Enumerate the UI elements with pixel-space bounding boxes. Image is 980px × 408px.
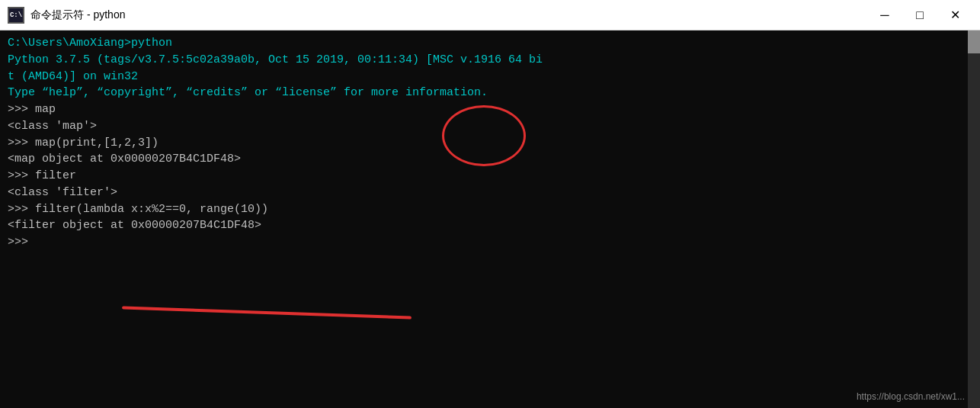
terminal-line: >>> map(print,[1,2,3]) xyxy=(8,135,972,152)
title-bar: C:\ 命令提示符 - python ─ □ ✕ xyxy=(0,0,980,31)
watermark: https://blog.csdn.net/xw1... xyxy=(857,390,965,403)
window-controls: ─ □ ✕ xyxy=(867,0,972,31)
terminal-line: t (AMD64)] on win32 xyxy=(8,69,972,85)
close-button[interactable]: ✕ xyxy=(937,0,972,31)
terminal-line: Python 3.7.5 (tags/v3.7.5:5c02a39a0b, Oc… xyxy=(8,52,972,69)
terminal-line: <filter object at 0x00000207B4C1DF48> xyxy=(8,217,972,234)
underline-annotation xyxy=(122,306,412,319)
maximize-button[interactable]: □ xyxy=(902,0,937,31)
terminal-line: C:\Users\AmoXiang>python xyxy=(8,35,972,52)
terminal-line: >>> map xyxy=(8,101,972,118)
terminal-line: <map object at 0x00000207B4C1DF48> xyxy=(8,151,972,168)
title-bar-left: C:\ 命令提示符 - python xyxy=(8,7,125,24)
terminal-line: <class 'filter'> xyxy=(8,185,972,201)
terminal-line: Type “help”, “copyright”, “credits” or “… xyxy=(8,85,972,101)
terminal-window: C:\Users\AmoXiang>pythonPython 3.7.5 (ta… xyxy=(0,31,980,408)
terminal-icon: C:\ xyxy=(8,7,24,24)
terminal-line: <class 'map'> xyxy=(8,118,972,135)
terminal-line: >>> filter(lambda x:x%2==0, range(10)) xyxy=(8,201,972,218)
terminal-line: >>> filter xyxy=(8,168,972,185)
terminal-line: >>> xyxy=(8,234,972,251)
window-title: 命令提示符 - python xyxy=(30,8,125,22)
scrollbar[interactable] xyxy=(968,31,980,408)
scrollbar-thumb[interactable] xyxy=(968,31,980,53)
minimize-button[interactable]: ─ xyxy=(867,0,902,31)
terminal-output: C:\Users\AmoXiang>pythonPython 3.7.5 (ta… xyxy=(8,35,972,251)
